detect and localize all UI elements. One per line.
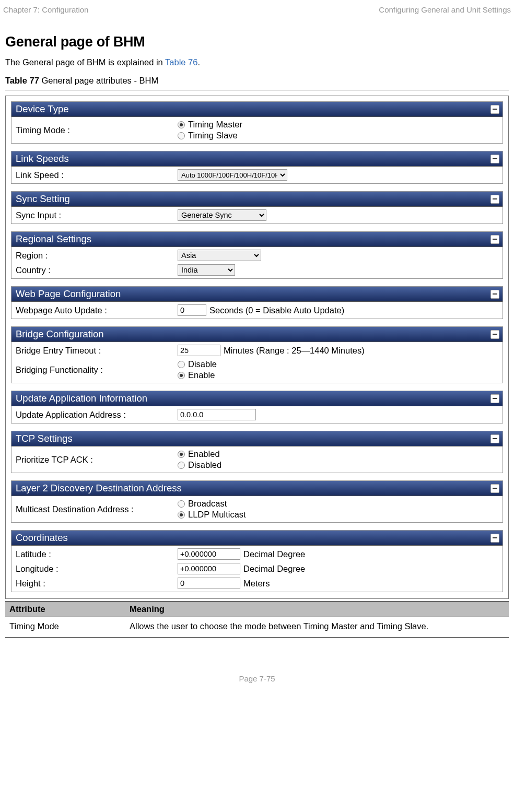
link-speed-label: Link Speed : — [16, 170, 178, 180]
sync-input-select[interactable]: Generate Sync — [178, 209, 266, 221]
latitude-input[interactable] — [178, 548, 240, 560]
collapse-icon[interactable] — [490, 290, 499, 299]
panel-tcp-settings: TCP Settings Prioritize TCP ACK : Enable… — [11, 431, 503, 473]
panel-title: Bridge Configuration — [16, 328, 104, 340]
bridge-timeout-input[interactable] — [178, 345, 220, 356]
multicast-label: Multicast Destination Address : — [16, 504, 178, 514]
auto-update-input[interactable] — [178, 304, 206, 316]
latitude-label: Latitude : — [16, 549, 178, 559]
collapse-icon[interactable] — [490, 155, 499, 163]
bridge-timeout-label: Bridge Entry Timeout : — [16, 346, 178, 356]
panel-title: Update Application Information — [16, 393, 147, 404]
panel-link-speeds: Link Speeds Link Speed : Auto 1000F/100F… — [11, 151, 503, 184]
radio-lldp[interactable] — [178, 511, 185, 519]
latitude-unit: Decimal Degree — [243, 549, 305, 559]
panel-regional-settings: Regional Settings Region : Asia Country … — [11, 231, 503, 279]
panel-title: Sync Setting — [16, 193, 70, 205]
auto-update-label: Webpage Auto Update : — [16, 305, 178, 315]
sync-input-label: Sync Input : — [16, 210, 178, 220]
panel-title: Regional Settings — [16, 233, 91, 245]
panel-web-config: Web Page Configuration Webpage Auto Upda… — [11, 286, 503, 319]
bridging-func-label: Bridging Functionality : — [16, 365, 178, 375]
collapse-icon[interactable] — [490, 394, 499, 403]
update-app-label: Update Application Address : — [16, 410, 178, 420]
panel-title: Web Page Configuration — [16, 288, 121, 300]
panel-coordinates: Coordinates Latitude : Decimal Degree Lo… — [11, 530, 503, 592]
panel-title: TCP Settings — [16, 433, 73, 444]
country-select[interactable]: India — [178, 264, 235, 276]
panel-layer2: Layer 2 Discovery Destination Address Mu… — [11, 480, 503, 523]
longitude-input[interactable] — [178, 563, 240, 574]
country-label: Country : — [16, 265, 178, 275]
panel-title: Coordinates — [16, 532, 68, 544]
radio-timing-master[interactable] — [178, 121, 185, 128]
collapse-icon[interactable] — [490, 195, 499, 204]
panel-sync-setting: Sync Setting Sync Input : Generate Sync — [11, 191, 503, 224]
cell-attribute: Timing Mode — [5, 617, 125, 638]
radio-bridge-enable[interactable] — [178, 372, 185, 379]
table-link[interactable]: Table 76 — [165, 57, 197, 67]
collapse-icon[interactable] — [490, 330, 499, 339]
height-unit: Meters — [243, 579, 270, 589]
collapse-icon[interactable] — [490, 534, 499, 543]
collapse-icon[interactable] — [490, 235, 499, 244]
region-label: Region : — [16, 251, 178, 261]
radio-bridge-disable[interactable] — [178, 361, 185, 368]
panel-title: Layer 2 Discovery Destination Address — [16, 483, 182, 494]
radio-tcp-enabled[interactable] — [178, 451, 185, 458]
panel-title: Device Type — [16, 103, 68, 115]
intro-text: The General page of BHM is explained in … — [5, 57, 509, 67]
auto-update-suffix: Seconds (0 = Disable Auto Update) — [209, 305, 344, 315]
th-meaning: Meaning — [125, 602, 509, 617]
page-number: Page 7-75 — [0, 674, 514, 683]
section-label: Configuring General and Unit Settings — [379, 5, 511, 14]
height-input[interactable] — [178, 578, 240, 589]
panel-bridge-config: Bridge Configuration Bridge Entry Timeou… — [11, 326, 503, 383]
divider — [5, 90, 509, 90]
region-select[interactable]: Asia — [178, 250, 261, 261]
th-attribute: Attribute — [5, 602, 125, 617]
collapse-icon[interactable] — [490, 105, 499, 114]
radio-broadcast[interactable] — [178, 500, 185, 508]
tcp-ack-label: Prioritize TCP ACK : — [16, 455, 178, 465]
longitude-unit: Decimal Degree — [243, 564, 305, 574]
panel-device-type: Device Type Timing Mode : Timing Master … — [11, 101, 503, 144]
update-app-input[interactable] — [178, 409, 256, 420]
timing-mode-label: Timing Mode : — [16, 125, 178, 135]
link-speed-select[interactable]: Auto 1000F/100F/100H/10F/10H — [178, 169, 287, 181]
table-row: Timing Mode Allows the user to choose th… — [5, 617, 509, 638]
page-title: General page of BHM — [5, 34, 509, 50]
height-label: Height : — [16, 579, 178, 589]
cell-meaning: Allows the user to choose the mode betwe… — [125, 617, 509, 638]
chapter-label: Chapter 7: Configuration — [3, 5, 88, 14]
panel-update-app: Update Application Information Update Ap… — [11, 391, 503, 423]
radio-tcp-disabled[interactable] — [178, 462, 185, 469]
collapse-icon[interactable] — [490, 484, 499, 493]
panel-title: Link Speeds — [16, 153, 69, 164]
form-screenshot: Device Type Timing Mode : Timing Master … — [5, 96, 509, 599]
bridge-timeout-suffix: Minutes (Range : 25—1440 Minutes) — [224, 346, 365, 356]
radio-timing-slave[interactable] — [178, 132, 185, 139]
table-caption: Table 77 General page attributes - BHM — [5, 76, 509, 86]
longitude-label: Longitude : — [16, 564, 178, 574]
attribute-table: Attribute Meaning Timing Mode Allows the… — [5, 601, 509, 638]
collapse-icon[interactable] — [490, 434, 499, 443]
